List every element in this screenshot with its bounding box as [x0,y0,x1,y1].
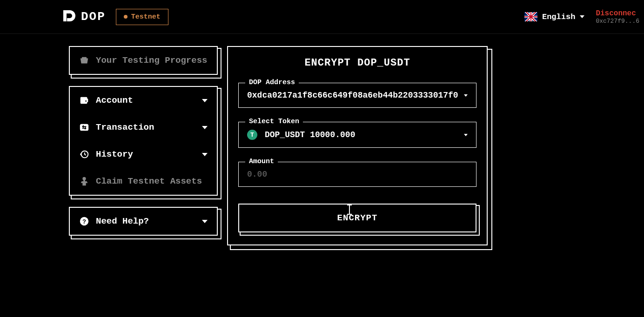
chevron-down-icon [464,94,468,97]
history-icon [79,149,89,159]
sidebar-item-progress[interactable]: Your Testing Progress [70,47,217,74]
sidebar-item-account[interactable]: Account [70,87,217,114]
testnet-badge: Testnet [116,9,168,25]
testnet-dot-icon [124,15,127,19]
language-selector[interactable]: English [524,12,584,21]
sidebar: Your Testing Progress Account Transactio… [69,46,218,236]
wallet-icon [79,95,89,106]
nav-panel: Account Transaction History [69,86,218,196]
testnet-label: Testnet [131,13,161,21]
wallet-status: Disconnec [596,9,639,18]
sidebar-item-claim[interactable]: Claim Testnet Assets [70,168,217,195]
chevron-down-icon [580,15,584,18]
chevron-down-icon [202,99,208,102]
panel-title: ENCRYPT DOP_USDT [238,57,476,69]
token-field[interactable]: Select Token T DOP_USDT 10000.000 [238,122,476,148]
svg-text:?: ? [82,218,86,225]
swap-icon [79,122,89,132]
chevron-down-icon [202,126,208,129]
chevron-down-icon [464,134,468,136]
amount-legend: Amount [245,158,278,165]
chevron-down-icon [202,153,208,156]
sidebar-item-history[interactable]: History [70,141,217,168]
address-value: 0xdca0217a1f8c66c649f08a6eb44b2203333017… [247,91,460,100]
encrypt-panel: ENCRYPT DOP_USDT DOP Address 0xdca0217a1… [227,46,488,245]
claim-label: Claim Testnet Assets [96,176,202,186]
logo[interactable]: DOP [60,8,106,25]
address-field[interactable]: DOP Address 0xdca0217a1f8c66c649f08a6eb4… [238,83,476,108]
wallet-status-box[interactable]: Disconnec 0xc727f9...6 [596,9,639,25]
uk-flag-icon [524,12,537,21]
chevron-down-icon [202,220,208,223]
amount-input[interactable] [247,170,468,179]
svg-rect-0 [80,124,88,131]
progress-label: Your Testing Progress [96,55,207,66]
claim-icon [79,176,89,186]
logo-icon [60,8,77,25]
header: DOP Testnet English Disconnec 0xc727f9..… [0,0,644,34]
sidebar-item-transaction[interactable]: Transaction [70,114,217,141]
progress-panel[interactable]: Your Testing Progress [69,46,218,75]
token-legend: Select Token [245,118,303,125]
encrypt-button[interactable]: ENCRYPT [238,204,476,232]
account-label: Account [96,95,133,106]
token-value: DOP_USDT 10000.000 [265,130,460,139]
address-legend: DOP Address [245,79,299,86]
history-label: History [96,149,133,159]
wallet-address: 0xc727f9...6 [596,18,639,25]
transaction-label: Transaction [96,122,154,132]
logo-text: DOP [81,10,106,24]
amount-field: Amount [238,162,476,187]
sidebar-item-help[interactable]: ? Need Help? [70,208,217,235]
basket-icon [79,55,89,66]
usdt-token-icon: T [247,130,257,140]
help-label: Need Help? [96,216,149,226]
header-right: English Disconnec 0xc727f9...6 [524,9,644,25]
language-label: English [542,13,575,21]
help-panel[interactable]: ? Need Help? [69,207,218,236]
main-container: Your Testing Progress Account Transactio… [0,34,644,245]
help-icon: ? [79,216,89,226]
